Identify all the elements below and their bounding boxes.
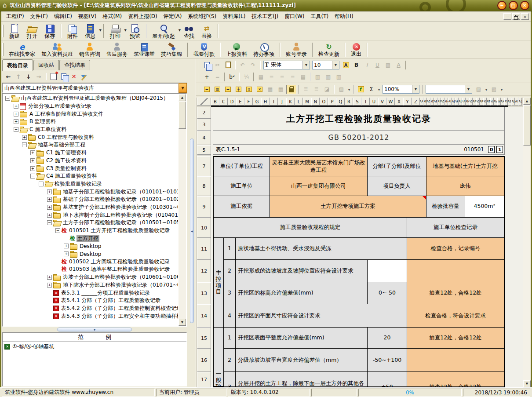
example-panel-collapse-handle[interactable] bbox=[57, 328, 132, 331]
align-left-button[interactable]: ▤ bbox=[256, 73, 266, 82]
group-label-general[interactable]: 一般项目 bbox=[214, 328, 224, 386]
delete-table-button[interactable]: ✕ bbox=[69, 72, 78, 81]
dropdown-arrow-icon[interactable]: ▼ bbox=[332, 61, 339, 69]
column-header-AE[interactable]: AE bbox=[434, 98, 437, 106]
row-header-12[interactable]: 12 bbox=[197, 260, 211, 282]
zoom-out-cell-button[interactable]: − bbox=[212, 73, 222, 82]
main-record-3[interactable]: 检查合格，符合设计要求 bbox=[407, 304, 504, 328]
dropdown-arrow-icon[interactable]: ▼ bbox=[484, 85, 488, 94]
italic-button[interactable]: I bbox=[362, 60, 372, 69]
main-deviation-2[interactable]: 0~-50 bbox=[368, 282, 407, 304]
menu-item-1[interactable]: 文件(F) bbox=[27, 11, 51, 22]
tab-1[interactable]: 回收站 bbox=[33, 60, 59, 70]
main-criterion-0[interactable]: 原状地基土不得扰动、受水浸泡及受冻 bbox=[236, 238, 407, 260]
tree-item-20[interactable]: +Desktop bbox=[4, 250, 178, 258]
dropdown-arrow-icon[interactable]: ▼ bbox=[347, 85, 351, 94]
tree-item-16[interactable]: −土方子分部工程检验批验收记录（010501~01050 bbox=[4, 219, 178, 227]
sum-button[interactable]: Σ bbox=[366, 85, 376, 94]
column-header-C[interactable]: C bbox=[219, 98, 228, 106]
column-header-AX[interactable]: AX bbox=[501, 98, 504, 106]
tree-item-13[interactable]: +基础子分部工程检验批验收记录（010201~01024 bbox=[4, 196, 178, 204]
font-name-combo[interactable]: T宋体▼ bbox=[263, 61, 310, 69]
insert-cell-right-button[interactable]: → bbox=[223, 85, 233, 94]
page-box-1[interactable]: 1 bbox=[496, 146, 503, 153]
sidebar-collapse-handle[interactable] bbox=[190, 138, 194, 323]
main-deviation-1[interactable] bbox=[368, 260, 407, 282]
capacity-label[interactable]: 检验批容量 bbox=[426, 196, 465, 218]
row-header-10[interactable]: 10 bbox=[197, 218, 211, 238]
basis-label[interactable]: 施工依据 bbox=[214, 196, 270, 218]
print-button[interactable]: 打印▼ bbox=[106, 23, 126, 40]
tree-item-17[interactable]: −检010501 土方开挖工程检验批质量验收记录 bbox=[4, 227, 178, 235]
general-no-1[interactable]: 2 bbox=[224, 349, 236, 372]
menu-item-11[interactable]: 工具(T) bbox=[308, 11, 332, 22]
column-header-T[interactable]: T bbox=[361, 98, 370, 106]
row-header-9[interactable]: 9 bbox=[197, 196, 211, 218]
main-record-0[interactable]: 检查合格，记录编号 bbox=[407, 238, 504, 260]
tree-item-26[interactable]: ✕表5.4.1 分部（子分部）工程质量验收记录 bbox=[4, 297, 178, 305]
replace-button[interactable]: 替换 bbox=[198, 23, 215, 40]
dropdown-arrow-icon[interactable]: ▼ bbox=[465, 85, 472, 93]
main-criterion-1[interactable]: 开挖形成的边坡坡度及坡脚位置应符合设计要求 bbox=[236, 260, 368, 282]
column-header-I[interactable]: I bbox=[270, 98, 278, 106]
vertical-text-right-button[interactable]: ▥ bbox=[334, 73, 344, 82]
tree-item-14[interactable]: +基坑支护子分部工程检验批验收记录（010301~0 bbox=[4, 204, 178, 211]
attachment-button[interactable]: 附件 bbox=[64, 23, 81, 40]
scrollbar-thumb[interactable] bbox=[523, 105, 531, 146]
tips-button[interactable]: 技巧集锦 bbox=[158, 42, 185, 58]
minimize-button[interactable]: ─ bbox=[497, 1, 506, 10]
tree-item-23[interactable]: +边坡子分部工程检验批验收记录（010601~01060 bbox=[4, 273, 178, 281]
nav-down-button[interactable]: ↓ bbox=[24, 72, 33, 81]
row-height-dec-button[interactable]: ≣ bbox=[311, 85, 321, 94]
row-header-15[interactable]: 15 bbox=[197, 328, 211, 349]
column-header-D[interactable]: D bbox=[228, 98, 236, 106]
tab-0[interactable]: 表格目录 bbox=[2, 59, 33, 71]
fraction-button[interactable]: ¼ bbox=[241, 73, 251, 82]
column-header-AQ[interactable]: AQ bbox=[476, 98, 480, 106]
row-height-inc-button[interactable]: ≣ bbox=[301, 85, 311, 94]
save-button[interactable]: 保存 bbox=[41, 23, 58, 40]
info-value-1[interactable]: 山西一建集团有限公司 bbox=[270, 176, 368, 196]
expand-box-icon[interactable]: + bbox=[64, 244, 69, 248]
sales-consult-button[interactable]: 销售咨询 bbox=[76, 42, 103, 58]
font-color-button[interactable]: A bbox=[394, 60, 404, 69]
column-header-R[interactable]: R bbox=[345, 98, 353, 106]
select-all-corner[interactable] bbox=[197, 98, 211, 106]
row-header-14[interactable]: 14 bbox=[197, 304, 211, 328]
example-item-0[interactable]: ✕①-⑮/Ⓐ-Ⓗ轴基坑 bbox=[3, 342, 186, 352]
main-no-1[interactable]: 2 bbox=[224, 260, 236, 282]
exit-button[interactable]: 退出 bbox=[348, 42, 364, 58]
insert-column-button[interactable]: ▯ bbox=[244, 85, 254, 94]
column-header-AV[interactable]: AV bbox=[494, 98, 497, 106]
tree-item-4[interactable]: −C 施工单位资料 bbox=[4, 126, 178, 134]
column-header-AR[interactable]: AR bbox=[480, 98, 483, 106]
column-header-AD[interactable]: AD bbox=[430, 98, 434, 106]
column-header-AN[interactable]: AN bbox=[466, 98, 469, 106]
column-header-AA[interactable]: AA bbox=[420, 98, 423, 106]
row-header-4[interactable]: 4 bbox=[197, 131, 211, 145]
column-header-A\[interactable]: A\ bbox=[515, 98, 518, 106]
vertical-text-center-button[interactable]: ▥ bbox=[323, 73, 333, 82]
expand-box-icon[interactable]: + bbox=[47, 205, 52, 210]
row-header-5[interactable]: 5 bbox=[197, 145, 211, 155]
general-deviation-1[interactable]: -50~+100 bbox=[368, 349, 407, 372]
region-edit-button[interactable]: f bbox=[356, 85, 366, 94]
general-no-0[interactable]: 1 bbox=[224, 328, 236, 349]
tree-item-27[interactable]: ✕表5.4.2 分部（子分部）工程质量控制资料核查记录 bbox=[4, 305, 178, 313]
underline-button[interactable]: U bbox=[372, 60, 383, 69]
info-label-1[interactable]: 施工单位 bbox=[214, 176, 270, 196]
general-criterion-0[interactable]: 开挖区表面平整度允许偏差值(mm) bbox=[236, 328, 368, 349]
column-header-O[interactable]: O bbox=[320, 98, 328, 106]
main-no-0[interactable]: 1 bbox=[224, 238, 236, 260]
cut-button[interactable]: ✂ bbox=[212, 60, 222, 69]
expand-box-icon[interactable]: + bbox=[47, 283, 52, 288]
nav-up-button[interactable]: ↑ bbox=[14, 72, 23, 81]
section-header-left[interactable]: 施工质量验收规程的规定 bbox=[214, 218, 407, 238]
expand-box-icon[interactable]: + bbox=[64, 251, 69, 256]
general-deviation-0[interactable]: 20 bbox=[368, 328, 407, 349]
column-header-H[interactable]: H bbox=[261, 98, 270, 106]
column-header-AL[interactable]: AL bbox=[459, 98, 462, 106]
menu-item-6[interactable]: 评定(A) bbox=[160, 11, 185, 22]
tree-item-25[interactable]: ✕表5.3.1 ______分项工程质量验收记录 bbox=[4, 289, 178, 297]
column-header-AO[interactable]: AO bbox=[469, 98, 473, 106]
